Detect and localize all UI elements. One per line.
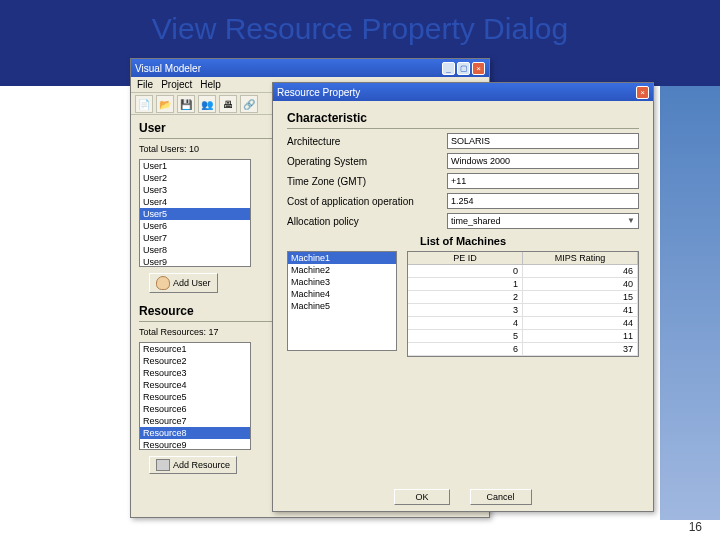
list-item[interactable]: Resource4 (140, 379, 250, 391)
list-of-machines-heading: List of Machines (287, 235, 639, 247)
table-row[interactable]: 511 (408, 330, 638, 343)
close-icon[interactable]: × (472, 62, 485, 75)
tool-new-icon[interactable]: 📄 (135, 95, 153, 113)
list-item[interactable]: User2 (140, 172, 250, 184)
resource-property-dialog: Resource Property × Characteristic Archi… (272, 82, 654, 512)
tool-save-icon[interactable]: 💾 (177, 95, 195, 113)
characteristic-heading: Characteristic (287, 109, 639, 129)
arch-label: Architecture (287, 136, 437, 147)
total-resources-label: Total Resources: (139, 327, 206, 337)
table-row[interactable]: 215 (408, 291, 638, 304)
minimize-icon[interactable]: _ (442, 62, 455, 75)
background-photo-strip (660, 86, 720, 520)
add-user-button[interactable]: Add User (149, 273, 218, 293)
total-resources-value: 17 (209, 327, 219, 337)
vm-titlebar[interactable]: Visual Modeler _ ▢ × (131, 59, 489, 77)
machine-listbox[interactable]: Machine1Machine2Machine3Machine4Machine5 (287, 251, 397, 351)
os-input[interactable]: Windows 2000 (447, 153, 639, 169)
menu-file[interactable]: File (137, 79, 153, 90)
table-row[interactable]: 444 (408, 317, 638, 330)
col-peid[interactable]: PE ID (408, 252, 523, 265)
chevron-down-icon: ▼ (627, 214, 635, 228)
tool-res-icon[interactable]: 🖶 (219, 95, 237, 113)
list-item[interactable]: Resource7 (140, 415, 250, 427)
alloc-select[interactable]: time_shared ▼ (447, 213, 639, 229)
os-label: Operating System (287, 156, 437, 167)
maximize-icon[interactable]: ▢ (457, 62, 470, 75)
cost-input[interactable]: 1.254 (447, 193, 639, 209)
menu-help[interactable]: Help (200, 79, 221, 90)
alloc-label: Allocation policy (287, 216, 437, 227)
tool-link-icon[interactable]: 🔗 (240, 95, 258, 113)
list-item[interactable]: User4 (140, 196, 250, 208)
slide-title: View Resource Property Dialog (0, 12, 720, 46)
menu-project[interactable]: Project (161, 79, 192, 90)
list-item[interactable]: Resource9 (140, 439, 250, 451)
list-item[interactable]: Machine5 (288, 300, 396, 312)
ok-button[interactable]: OK (394, 489, 449, 505)
list-item[interactable]: Resource1 (140, 343, 250, 355)
cost-label: Cost of application operation (287, 196, 437, 207)
list-item[interactable]: Resource3 (140, 367, 250, 379)
list-item[interactable]: User7 (140, 232, 250, 244)
list-item[interactable]: User9 (140, 256, 250, 268)
close-icon[interactable]: × (636, 86, 649, 99)
add-resource-button[interactable]: Add Resource (149, 456, 237, 474)
tz-input[interactable]: +11 (447, 173, 639, 189)
table-row[interactable]: 046 (408, 265, 638, 278)
vm-title-text: Visual Modeler (135, 63, 201, 74)
list-item[interactable]: Machine3 (288, 276, 396, 288)
list-item[interactable]: Resource5 (140, 391, 250, 403)
list-item[interactable]: User6 (140, 220, 250, 232)
total-users-label: Total Users: (139, 144, 187, 154)
pe-table: PE ID MIPS Rating 046140215341444511637 (407, 251, 639, 357)
list-item[interactable]: User5 (140, 208, 250, 220)
table-row[interactable]: 637 (408, 343, 638, 356)
list-item[interactable]: Resource6 (140, 403, 250, 415)
tool-open-icon[interactable]: 📂 (156, 95, 174, 113)
tool-users-icon[interactable]: 👥 (198, 95, 216, 113)
resource-icon (156, 459, 170, 471)
arch-input[interactable]: SOLARIS (447, 133, 639, 149)
table-row[interactable]: 341 (408, 304, 638, 317)
list-item[interactable]: User3 (140, 184, 250, 196)
list-item[interactable]: Machine1 (288, 252, 396, 264)
rp-title-text: Resource Property (277, 87, 360, 98)
add-resource-label: Add Resource (173, 460, 230, 470)
list-item[interactable]: Machine2 (288, 264, 396, 276)
list-item[interactable]: User8 (140, 244, 250, 256)
cancel-button[interactable]: Cancel (470, 489, 532, 505)
table-row[interactable]: 140 (408, 278, 638, 291)
list-item[interactable]: Machine4 (288, 288, 396, 300)
user-listbox[interactable]: User1User2User3User4User5User6User7User8… (139, 159, 251, 267)
alloc-value: time_shared (451, 214, 501, 228)
user-icon (156, 276, 170, 290)
list-item[interactable]: Resource8 (140, 427, 250, 439)
list-item[interactable]: Resource2 (140, 355, 250, 367)
tz-label: Time Zone (GMT) (287, 176, 437, 187)
resource-listbox[interactable]: Resource1Resource2Resource3Resource4Reso… (139, 342, 251, 450)
rp-titlebar[interactable]: Resource Property × (273, 83, 653, 101)
add-user-label: Add User (173, 278, 211, 288)
page-number: 16 (689, 520, 702, 534)
total-users-value: 10 (189, 144, 199, 154)
col-mips[interactable]: MIPS Rating (523, 252, 638, 265)
list-item[interactable]: User1 (140, 160, 250, 172)
